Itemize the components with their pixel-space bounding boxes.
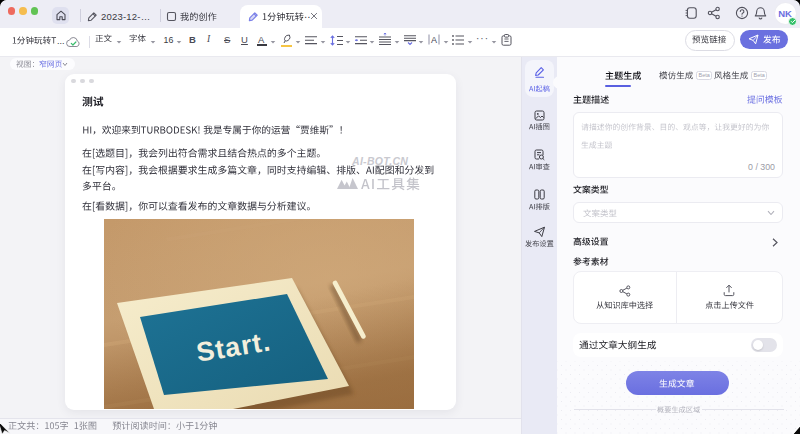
svg-text:A: A bbox=[431, 35, 437, 45]
